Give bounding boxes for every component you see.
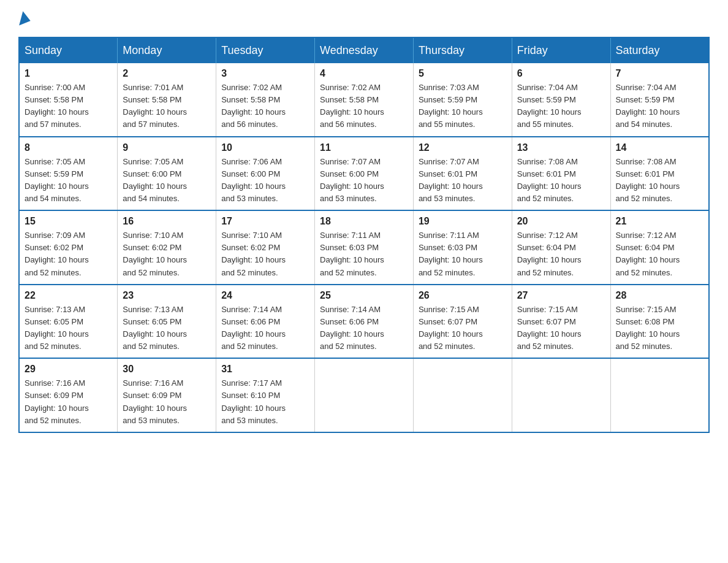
- calendar-cell: 1 Sunrise: 7:00 AM Sunset: 5:58 PM Dayli…: [19, 63, 118, 137]
- calendar-cell: 14 Sunrise: 7:08 AM Sunset: 6:01 PM Dayl…: [610, 137, 709, 211]
- day-number: 13: [517, 142, 605, 153]
- day-info: Sunrise: 7:16 AM Sunset: 6:09 PM Dayligh…: [123, 377, 211, 427]
- day-number: 30: [123, 364, 211, 375]
- day-number: 15: [25, 216, 112, 227]
- calendar-cell: 9 Sunrise: 7:05 AM Sunset: 6:00 PM Dayli…: [118, 137, 216, 211]
- day-number: 24: [221, 290, 309, 301]
- day-info: Sunrise: 7:03 AM Sunset: 5:59 PM Dayligh…: [419, 82, 507, 131]
- day-number: 22: [25, 290, 112, 301]
- calendar-cell: 2 Sunrise: 7:01 AM Sunset: 5:58 PM Dayli…: [118, 63, 216, 137]
- logo-arrow-icon: [19, 11, 32, 28]
- day-info: Sunrise: 7:02 AM Sunset: 5:58 PM Dayligh…: [320, 82, 408, 131]
- calendar-cell: 31 Sunrise: 7:17 AM Sunset: 6:10 PM Dayl…: [216, 358, 315, 432]
- day-number: 4: [320, 68, 408, 79]
- calendar-cell: [610, 358, 709, 432]
- day-number: 20: [517, 216, 605, 227]
- day-number: 18: [320, 216, 408, 227]
- calendar-header-tuesday: Tuesday: [216, 37, 315, 63]
- calendar-week-row: 29 Sunrise: 7:16 AM Sunset: 6:09 PM Dayl…: [19, 358, 709, 432]
- day-info: Sunrise: 7:12 AM Sunset: 6:04 PM Dayligh…: [616, 229, 703, 279]
- day-info: Sunrise: 7:08 AM Sunset: 6:01 PM Dayligh…: [616, 156, 703, 205]
- calendar-cell: 21 Sunrise: 7:12 AM Sunset: 6:04 PM Dayl…: [610, 210, 709, 285]
- day-info: Sunrise: 7:16 AM Sunset: 6:09 PM Dayligh…: [25, 377, 112, 427]
- day-number: 10: [221, 142, 309, 153]
- day-info: Sunrise: 7:02 AM Sunset: 5:58 PM Dayligh…: [221, 82, 309, 131]
- calendar-header-monday: Monday: [118, 37, 216, 63]
- calendar-cell: 26 Sunrise: 7:15 AM Sunset: 6:07 PM Dayl…: [413, 285, 512, 359]
- calendar-header-row: SundayMondayTuesdayWednesdayThursdayFrid…: [19, 37, 709, 63]
- calendar-cell: 18 Sunrise: 7:11 AM Sunset: 6:03 PM Dayl…: [315, 210, 414, 285]
- calendar-cell: 8 Sunrise: 7:05 AM Sunset: 5:59 PM Dayli…: [19, 137, 118, 211]
- day-number: 7: [616, 68, 703, 79]
- day-info: Sunrise: 7:13 AM Sunset: 6:05 PM Dayligh…: [123, 304, 211, 353]
- calendar-week-row: 15 Sunrise: 7:09 AM Sunset: 6:02 PM Dayl…: [19, 210, 709, 285]
- day-info: Sunrise: 7:06 AM Sunset: 6:00 PM Dayligh…: [221, 156, 309, 205]
- calendar-header-wednesday: Wednesday: [315, 37, 414, 63]
- calendar-cell: 29 Sunrise: 7:16 AM Sunset: 6:09 PM Dayl…: [19, 358, 118, 432]
- day-number: 11: [320, 142, 408, 153]
- calendar-cell: 30 Sunrise: 7:16 AM Sunset: 6:09 PM Dayl…: [118, 358, 216, 432]
- day-number: 17: [221, 216, 309, 227]
- day-number: 3: [221, 68, 309, 79]
- day-info: Sunrise: 7:01 AM Sunset: 5:58 PM Dayligh…: [123, 82, 211, 131]
- day-number: 5: [419, 68, 507, 79]
- calendar-cell: 13 Sunrise: 7:08 AM Sunset: 6:01 PM Dayl…: [512, 137, 610, 211]
- day-number: 27: [517, 290, 605, 301]
- calendar-cell: 28 Sunrise: 7:15 AM Sunset: 6:08 PM Dayl…: [610, 285, 709, 359]
- calendar-cell: 11 Sunrise: 7:07 AM Sunset: 6:00 PM Dayl…: [315, 137, 414, 211]
- day-info: Sunrise: 7:17 AM Sunset: 6:10 PM Dayligh…: [221, 377, 309, 427]
- day-number: 29: [25, 364, 112, 375]
- day-number: 25: [320, 290, 408, 301]
- calendar-cell: [512, 358, 610, 432]
- day-info: Sunrise: 7:10 AM Sunset: 6:02 PM Dayligh…: [221, 229, 309, 279]
- day-info: Sunrise: 7:08 AM Sunset: 6:01 PM Dayligh…: [517, 156, 605, 205]
- day-number: 26: [419, 290, 507, 301]
- day-info: Sunrise: 7:05 AM Sunset: 6:00 PM Dayligh…: [123, 156, 211, 205]
- day-info: Sunrise: 7:12 AM Sunset: 6:04 PM Dayligh…: [517, 229, 605, 279]
- day-number: 6: [517, 68, 605, 79]
- day-info: Sunrise: 7:14 AM Sunset: 6:06 PM Dayligh…: [221, 304, 309, 353]
- calendar-week-row: 22 Sunrise: 7:13 AM Sunset: 6:05 PM Dayl…: [19, 285, 709, 359]
- calendar-cell: 6 Sunrise: 7:04 AM Sunset: 5:59 PM Dayli…: [512, 63, 610, 137]
- day-number: 14: [616, 142, 703, 153]
- calendar-table: SundayMondayTuesdayWednesdayThursdayFrid…: [18, 37, 710, 433]
- calendar-cell: 10 Sunrise: 7:06 AM Sunset: 6:00 PM Dayl…: [216, 137, 315, 211]
- day-info: Sunrise: 7:11 AM Sunset: 6:03 PM Dayligh…: [320, 229, 408, 279]
- calendar-cell: 22 Sunrise: 7:13 AM Sunset: 6:05 PM Dayl…: [19, 285, 118, 359]
- day-info: Sunrise: 7:14 AM Sunset: 6:06 PM Dayligh…: [320, 304, 408, 353]
- day-info: Sunrise: 7:07 AM Sunset: 6:01 PM Dayligh…: [419, 156, 507, 205]
- day-info: Sunrise: 7:00 AM Sunset: 5:58 PM Dayligh…: [25, 82, 112, 131]
- calendar-cell: 19 Sunrise: 7:11 AM Sunset: 6:03 PM Dayl…: [413, 210, 512, 285]
- day-number: 28: [616, 290, 703, 301]
- calendar-week-row: 1 Sunrise: 7:00 AM Sunset: 5:58 PM Dayli…: [19, 63, 709, 137]
- day-number: 1: [25, 68, 112, 79]
- day-number: 8: [25, 142, 112, 153]
- calendar-cell: 23 Sunrise: 7:13 AM Sunset: 6:05 PM Dayl…: [118, 285, 216, 359]
- day-info: Sunrise: 7:09 AM Sunset: 6:02 PM Dayligh…: [25, 229, 112, 279]
- calendar-cell: [413, 358, 512, 432]
- calendar-header-friday: Friday: [512, 37, 610, 63]
- calendar-cell: 17 Sunrise: 7:10 AM Sunset: 6:02 PM Dayl…: [216, 210, 315, 285]
- day-info: Sunrise: 7:10 AM Sunset: 6:02 PM Dayligh…: [123, 229, 211, 279]
- calendar-header-thursday: Thursday: [413, 37, 512, 63]
- day-info: Sunrise: 7:13 AM Sunset: 6:05 PM Dayligh…: [25, 304, 112, 353]
- day-info: Sunrise: 7:11 AM Sunset: 6:03 PM Dayligh…: [419, 229, 507, 279]
- calendar-cell: [315, 358, 414, 432]
- day-number: 21: [616, 216, 703, 227]
- calendar-header-sunday: Sunday: [19, 37, 118, 63]
- logo: [18, 12, 31, 25]
- calendar-cell: 16 Sunrise: 7:10 AM Sunset: 6:02 PM Dayl…: [118, 210, 216, 285]
- calendar-cell: 12 Sunrise: 7:07 AM Sunset: 6:01 PM Dayl…: [413, 137, 512, 211]
- day-info: Sunrise: 7:15 AM Sunset: 6:07 PM Dayligh…: [517, 304, 605, 353]
- calendar-cell: 24 Sunrise: 7:14 AM Sunset: 6:06 PM Dayl…: [216, 285, 315, 359]
- calendar-cell: 27 Sunrise: 7:15 AM Sunset: 6:07 PM Dayl…: [512, 285, 610, 359]
- day-number: 9: [123, 142, 211, 153]
- logo-general: [18, 12, 31, 27]
- calendar-cell: 4 Sunrise: 7:02 AM Sunset: 5:58 PM Dayli…: [315, 63, 414, 137]
- day-number: 16: [123, 216, 211, 227]
- day-number: 19: [419, 216, 507, 227]
- day-number: 31: [221, 364, 309, 375]
- calendar-cell: 25 Sunrise: 7:14 AM Sunset: 6:06 PM Dayl…: [315, 285, 414, 359]
- calendar-cell: 15 Sunrise: 7:09 AM Sunset: 6:02 PM Dayl…: [19, 210, 118, 285]
- calendar-cell: 7 Sunrise: 7:04 AM Sunset: 5:59 PM Dayli…: [610, 63, 709, 137]
